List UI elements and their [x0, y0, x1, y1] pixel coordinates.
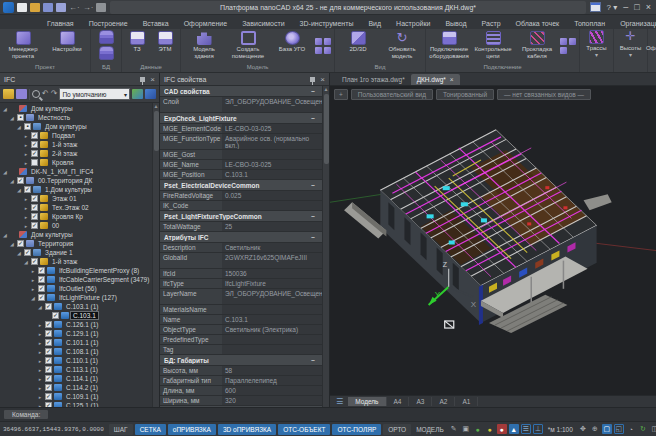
- tree-row[interactable]: Кровля: [0, 158, 152, 167]
- tree-row[interactable]: 2-й этаж: [0, 149, 152, 158]
- connection-tool-icon[interactable]: [569, 38, 576, 45]
- tree-item-label[interactable]: Кровля: [50, 159, 76, 166]
- property-row[interactable]: Description Светильник: [160, 243, 322, 253]
- tree-row[interactable]: 1.Дом культуры: [0, 185, 152, 194]
- property-value[interactable]: ЭЛ_ОБОРУДОВАНИЕ_Освещение_Аварийное: [222, 97, 322, 112]
- tree-expander-icon[interactable]: [23, 214, 29, 220]
- tree-checkbox[interactable]: [45, 339, 52, 346]
- property-row[interactable]: MaterialsName: [160, 305, 322, 315]
- property-row[interactable]: Tag: [160, 345, 322, 355]
- ribbon-tab[interactable]: Настройки: [389, 18, 437, 29]
- tree-item-label[interactable]: C.103.1 (1): [64, 303, 101, 310]
- close-icon[interactable]: ×: [150, 75, 155, 84]
- ucs-toggle-icon[interactable]: ⊥: [533, 424, 543, 434]
- regen-icon[interactable]: ↻: [638, 424, 648, 434]
- ribbon-tab[interactable]: Вывод: [438, 18, 473, 29]
- tree-checkbox[interactable]: [31, 132, 38, 139]
- ribbon-tab[interactable]: Построение: [82, 18, 135, 29]
- tree-item-label[interactable]: 00: [50, 222, 61, 229]
- close-icon[interactable]: ×: [320, 75, 325, 84]
- undo-icon[interactable]: ←·: [69, 3, 80, 12]
- tree-item-label[interactable]: Дом культуры: [29, 105, 75, 112]
- property-value[interactable]: [222, 201, 322, 210]
- zoom-window-icon[interactable]: ▢: [602, 424, 612, 434]
- property-row[interactable]: ExpCheck_LightFixture: [160, 113, 322, 124]
- ribbon-tab[interactable]: Оформление: [177, 18, 234, 29]
- ribbon-button[interactable]: Менеджер проекта: [2, 30, 44, 62]
- status-toggle[interactable]: оПРИВЯЗКА: [168, 424, 216, 435]
- chevron-down-icon[interactable]: ▾: [124, 91, 127, 98]
- tree-checkbox[interactable]: [31, 159, 38, 166]
- tree-item-label[interactable]: 2-й этаж: [50, 150, 79, 157]
- close-icon[interactable]: ×: [450, 76, 454, 83]
- tree-item-label[interactable]: C.126.1 (1): [64, 321, 101, 328]
- tree-scrollbar[interactable]: ▲: [152, 103, 159, 407]
- tree-checkbox[interactable]: [17, 240, 24, 247]
- tree-row[interactable]: C.101.1 (1): [0, 338, 152, 347]
- property-value[interactable]: ЭЛ_ОБОРУДОВАНИЕ_Освещение_Аварийное: [222, 289, 322, 304]
- zoom-icon[interactable]: ⊕: [590, 424, 600, 434]
- ribbon-button[interactable]: 2D/3D: [337, 30, 379, 62]
- ribbon-tab[interactable]: Топоплан: [567, 18, 612, 29]
- property-value[interactable]: Светильник: [222, 243, 322, 252]
- tree-item-label[interactable]: Тех.Этаж 02: [50, 204, 91, 211]
- tree-expander-icon[interactable]: [30, 286, 36, 292]
- property-row[interactable]: БД: Габариты: [160, 355, 322, 366]
- tree-row[interactable]: Дом культуры: [0, 122, 152, 131]
- property-row[interactable]: Высота, мм 58: [160, 366, 322, 376]
- table-mode-icon[interactable]: ☰: [521, 424, 531, 434]
- ribbon-button[interactable]: Прокладка кабеля: [516, 30, 558, 62]
- property-value[interactable]: LE-СВО-03-025: [222, 124, 322, 133]
- ribbon-tab[interactable]: Вставка: [136, 18, 176, 29]
- tree-checkbox[interactable]: [31, 150, 38, 157]
- property-row[interactable]: FireRatedVoltage 0.025: [160, 191, 322, 201]
- tree-row[interactable]: C.103.1 (1): [0, 302, 152, 311]
- tree-expander-icon[interactable]: [16, 250, 22, 256]
- model-tool-icon[interactable]: [324, 47, 331, 54]
- tree-item-label[interactable]: C.101.1 (1): [64, 339, 101, 346]
- tree-item-label[interactable]: C.110.1 (1): [64, 357, 100, 364]
- tree-expander-icon[interactable]: [23, 223, 29, 229]
- status-toggle[interactable]: ОТС-ПОЛЯР: [332, 424, 381, 435]
- tree-expander-icon[interactable]: [23, 142, 29, 148]
- tree-expander-icon[interactable]: [30, 268, 36, 274]
- tree-expander-icon[interactable]: [30, 295, 36, 301]
- tree-expander-icon[interactable]: [37, 367, 43, 373]
- tree-row[interactable]: 00: [0, 221, 152, 230]
- property-row[interactable]: MGE_FunctionType Аварийное осв. (нормаль…: [160, 134, 322, 150]
- pin-icon[interactable]: [310, 77, 315, 82]
- property-row[interactable]: LayerName ЭЛ_ОБОРУДОВАНИЕ_Освещение_Авар…: [160, 289, 322, 305]
- tree-expander-icon[interactable]: [37, 304, 43, 310]
- tree-expander-icon[interactable]: [9, 178, 15, 184]
- pin-icon[interactable]: [140, 77, 145, 82]
- next-icon[interactable]: ↷: [51, 89, 58, 99]
- properties-scrollbar[interactable]: ▲: [322, 86, 329, 407]
- minimize-button[interactable]: –: [623, 2, 628, 12]
- tree-row[interactable]: C.129.1 (1): [0, 329, 152, 338]
- tree-expander-icon[interactable]: [37, 376, 43, 382]
- model-tool-icon[interactable]: [315, 47, 322, 54]
- tree-row[interactable]: C.110.1 (1): [0, 356, 152, 365]
- tree-item-label[interactable]: 1.Дом культуры: [43, 186, 94, 193]
- status-toggle[interactable]: ОТС-ОБЪЕКТ: [278, 424, 330, 435]
- layout-tab[interactable]: А2: [432, 397, 455, 406]
- tree-item-label[interactable]: Дом культуры: [29, 231, 75, 238]
- import-icon[interactable]: [145, 89, 156, 99]
- tree-row[interactable]: Подвал: [0, 131, 152, 140]
- open-file-icon[interactable]: [30, 3, 40, 12]
- chevron-down-icon[interactable]: ▾: [595, 52, 598, 59]
- tree-item-label[interactable]: IfcBuildingElementProxy (8): [57, 267, 141, 274]
- ribbon-button[interactable]: Создать помещение: [227, 30, 269, 62]
- tree-checkbox[interactable]: [45, 393, 52, 400]
- property-value[interactable]: [222, 345, 322, 354]
- tree-item-label[interactable]: Дом культуры: [43, 123, 89, 130]
- tree-row[interactable]: Дом культуры: [0, 230, 152, 239]
- property-value[interactable]: [308, 356, 318, 365]
- layout-tab[interactable]: А1: [455, 397, 478, 406]
- ribbon-button[interactable]: ТЗ: [124, 30, 150, 62]
- scale-indicator[interactable]: *м 1:100: [545, 426, 576, 433]
- property-value[interactable]: [222, 335, 322, 344]
- tree-checkbox[interactable]: [31, 222, 38, 229]
- ribbon-tab[interactable]: Вид: [361, 18, 388, 29]
- tree-row[interactable]: 1-й этаж: [0, 140, 152, 149]
